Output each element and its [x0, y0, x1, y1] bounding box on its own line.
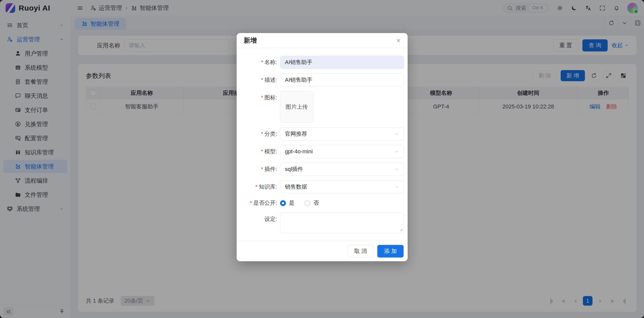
desc-input[interactable]	[280, 73, 404, 86]
close-icon[interactable]: ×	[397, 37, 401, 44]
model-select[interactable]: gpt-4o-mini	[280, 145, 404, 158]
modal-body: 名称: 描述: 图标: 图片上传 分类: 官网推荐	[237, 48, 408, 241]
field-setting: 设定:	[237, 213, 404, 234]
field-kb: 知识库: 销售数据	[237, 180, 404, 193]
field-plugin: 插件: sql插件	[237, 163, 404, 176]
radio-public-no[interactable]: 否	[305, 199, 319, 207]
modal-footer: 取 消 添 加	[237, 241, 408, 261]
public-label: 是否公开:	[237, 198, 280, 208]
desc-label: 描述:	[237, 73, 280, 86]
category-label: 分类:	[237, 127, 280, 140]
submit-add-button[interactable]: 添 加	[377, 245, 404, 257]
plugin-select[interactable]: sql插件	[280, 163, 404, 176]
field-name: 名称:	[237, 56, 404, 69]
name-input[interactable]	[280, 56, 404, 69]
kb-label: 知识库:	[237, 180, 280, 193]
chevron-down-icon	[394, 131, 399, 136]
radio-selected-icon	[280, 200, 286, 206]
setting-textarea[interactable]	[280, 213, 404, 233]
field-model: 模型: gpt-4o-mini	[237, 145, 404, 158]
field-public: 是否公开: 是 否	[237, 198, 404, 208]
field-desc: 描述:	[237, 73, 404, 86]
setting-label: 设定:	[237, 213, 280, 226]
field-icon: 图标: 图片上传	[237, 91, 404, 123]
image-upload-box[interactable]: 图片上传	[280, 91, 313, 123]
radio-public-yes[interactable]: 是	[280, 199, 294, 207]
chevron-down-icon	[394, 149, 399, 154]
modal-title: 新增	[244, 36, 257, 45]
name-label: 名称:	[237, 56, 280, 69]
modal-header: 新增 ×	[237, 33, 408, 48]
chevron-down-icon	[394, 167, 399, 172]
kb-select[interactable]: 销售数据	[280, 180, 404, 193]
app-window: Ruoyi AI 首页 运营管理 用户管理 系统模型 套餐管理 聊天消息 支付订…	[0, 0, 644, 318]
cancel-button[interactable]: 取 消	[348, 245, 374, 257]
category-select[interactable]: 官网推荐	[280, 127, 404, 140]
radio-unselected-icon	[305, 200, 310, 206]
chevron-down-icon	[394, 184, 399, 189]
field-category: 分类: 官网推荐	[237, 127, 404, 140]
add-agent-modal: 新增 × 名称: 描述: 图标: 图片上传 分类:	[237, 33, 408, 261]
plugin-label: 插件:	[237, 163, 280, 176]
model-label: 模型:	[237, 145, 280, 158]
icon-label: 图标:	[237, 91, 280, 104]
